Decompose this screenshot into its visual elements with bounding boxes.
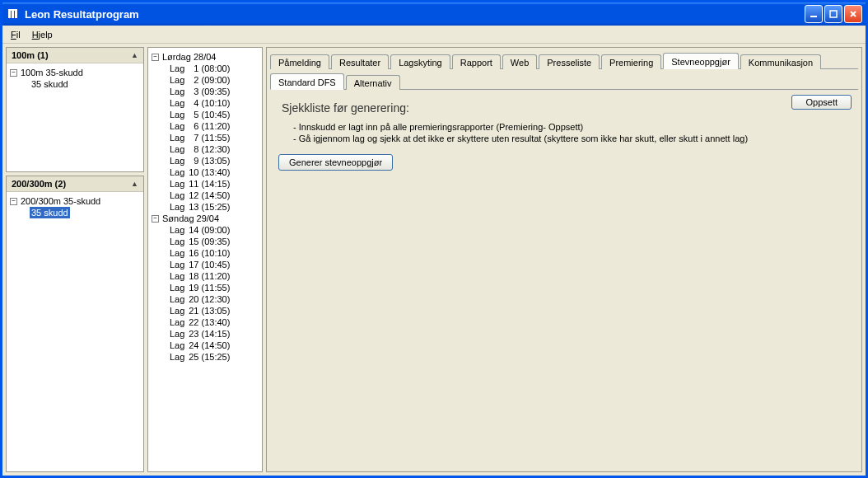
lag-number: 21	[187, 306, 198, 316]
lag-time: (14:15)	[198, 179, 230, 189]
lag-time: (12:30)	[198, 144, 230, 154]
lag-number: 22	[187, 317, 198, 327]
client-area: 100m (1) ▲ − 100m 35-skudd 35 skudd 200/…	[2, 44, 866, 476]
lag-time: (09:35)	[198, 87, 230, 96]
tab-web[interactable]: Web	[502, 54, 537, 69]
tree-200-300m: − 200/300m 35-skudd 35 skudd	[7, 192, 143, 471]
lag-row[interactable]: Lag 24 (14:50)	[170, 340, 259, 351]
lag-label: Lag	[170, 225, 187, 235]
lag-row[interactable]: Lag 21 (13:05)	[170, 305, 259, 316]
lag-label: Lag	[170, 329, 187, 339]
lag-label: Lag	[170, 248, 187, 258]
lag-number: 4	[187, 98, 198, 108]
lag-number: 23	[187, 329, 198, 339]
lag-time: (11:55)	[198, 283, 230, 293]
lag-number: 1	[187, 63, 198, 73]
lag-row[interactable]: Lag 4 (10:10)	[170, 97, 259, 109]
main-panel: PåmeldingResultaterLagskytingRapportWebP…	[266, 47, 862, 472]
lag-label: Lag	[170, 75, 187, 85]
oppsett-button[interactable]: Oppsett	[791, 95, 852, 110]
lag-time: (13:40)	[198, 167, 230, 177]
lag-label: Lag	[170, 283, 187, 293]
lag-label: Lag	[170, 179, 187, 189]
lag-time: (09:00)	[198, 225, 230, 235]
subtab-standard dfs[interactable]: Standard DFS	[270, 73, 344, 90]
lag-row[interactable]: Lag 5 (10:45)	[170, 109, 259, 120]
tree-node-100m-35skudd[interactable]: − 100m 35-skudd	[10, 67, 140, 78]
generate-button[interactable]: Generer stevneoppgjør	[278, 154, 393, 171]
tree-node-200-300m-35skudd[interactable]: − 200/300m 35-skudd	[10, 195, 140, 207]
maximize-button[interactable]	[824, 5, 842, 23]
tree-leaf-35skudd-1[interactable]: 35 skudd	[30, 78, 70, 90]
tab-resultater[interactable]: Resultater	[331, 54, 389, 69]
lag-row[interactable]: Lag 8 (12:30)	[170, 143, 259, 155]
lag-time: (10:45)	[198, 260, 230, 269]
left-header-label: 200/300m (2)	[12, 179, 66, 189]
lag-row[interactable]: Lag 3 (09:35)	[170, 86, 259, 97]
tree-toggle-icon[interactable]: −	[10, 69, 17, 77]
lag-row[interactable]: Lag 19 (11:55)	[170, 282, 259, 293]
day-label: Søndag 29/04	[162, 213, 219, 223]
checklist-item: - Gå igjennom lag og sjekk at det ikke e…	[293, 133, 850, 144]
lag-number: 18	[187, 271, 198, 281]
lag-row[interactable]: Lag 10 (13:40)	[170, 166, 259, 178]
lag-label: Lag	[170, 294, 187, 304]
day-node[interactable]: −Søndag 29/04	[152, 213, 259, 224]
lag-row[interactable]: Lag 7 (11:55)	[170, 132, 259, 143]
tab-presseliste[interactable]: Presseliste	[539, 54, 600, 69]
lag-label: Lag	[170, 98, 187, 108]
lag-row[interactable]: Lag 12 (14:50)	[170, 190, 259, 201]
left-header-200-300m[interactable]: 200/300m (2) ▲	[7, 176, 143, 192]
subtab-alternativ[interactable]: Alternativ	[346, 75, 400, 90]
lag-row[interactable]: Lag 18 (11:20)	[170, 270, 259, 282]
tree-toggle-icon[interactable]: −	[152, 54, 159, 61]
lag-row[interactable]: Lag 20 (12:30)	[170, 293, 259, 305]
lag-row[interactable]: Lag 22 (13:40)	[170, 316, 259, 328]
menu-fil[interactable]: Fil	[6, 28, 26, 41]
lag-time: (10:10)	[198, 98, 230, 108]
lag-time: (13:05)	[198, 306, 230, 316]
lag-number: 11	[187, 179, 198, 189]
lag-row[interactable]: Lag 9 (13:05)	[170, 155, 259, 166]
lag-time: (14:15)	[198, 329, 230, 339]
lag-row[interactable]: Lag 17 (10:45)	[170, 259, 259, 270]
tab-premiering[interactable]: Premiering	[601, 54, 661, 69]
tree-toggle-icon[interactable]: −	[152, 215, 159, 223]
lag-row[interactable]: Lag 15 (09:35)	[170, 236, 259, 247]
lag-row[interactable]: Lag 2 (09:00)	[170, 74, 259, 86]
lag-row[interactable]: Lag 11 (14:15)	[170, 178, 259, 190]
lag-time: (15:25)	[198, 202, 230, 212]
day-node[interactable]: −Lørdag 28/04	[152, 51, 259, 63]
lag-row[interactable]: Lag 16 (10:10)	[170, 247, 259, 259]
tab-stevneoppgjør[interactable]: Stevneoppgjør	[663, 53, 739, 69]
lag-row[interactable]: Lag 6 (11:20)	[170, 120, 259, 132]
tab-rapport[interactable]: Rapport	[452, 54, 501, 69]
lag-time: (10:45)	[198, 110, 230, 120]
tab-kommunikasjon[interactable]: Kommunikasjon	[740, 54, 821, 69]
svg-rect-3	[15, 11, 17, 18]
lag-time: (09:00)	[198, 75, 230, 85]
lag-row[interactable]: Lag 25 (15:25)	[170, 351, 259, 363]
tabs-secondary: Standard DFSAlternativ	[270, 72, 858, 90]
svg-rect-2	[12, 11, 14, 18]
minimize-button[interactable]	[805, 5, 823, 23]
lag-row[interactable]: Lag 13 (15:25)	[170, 201, 259, 213]
tab-lagskyting[interactable]: Lagskyting	[390, 54, 450, 69]
lag-number: 10	[187, 167, 198, 177]
lag-row[interactable]: Lag 14 (09:00)	[170, 224, 259, 236]
lag-number: 19	[187, 283, 198, 293]
tree-toggle-icon[interactable]: −	[10, 198, 17, 205]
day-label: Lørdag 28/04	[162, 52, 216, 62]
lag-number: 8	[187, 144, 198, 154]
lag-time: (15:25)	[198, 352, 230, 362]
lag-number: 5	[187, 110, 198, 120]
lag-row[interactable]: Lag 1 (08:00)	[170, 63, 259, 74]
close-button[interactable]	[844, 5, 862, 23]
lag-label: Lag	[170, 340, 187, 350]
tree-leaf-35skudd-2[interactable]: 35 skudd	[30, 207, 70, 218]
lag-row[interactable]: Lag 23 (14:15)	[170, 328, 259, 340]
left-header-100m[interactable]: 100m (1) ▲	[7, 48, 143, 63]
menu-hjelp[interactable]: Hjelp	[27, 28, 58, 41]
tab-påmelding[interactable]: Påmelding	[270, 54, 329, 69]
left-column: 100m (1) ▲ − 100m 35-skudd 35 skudd 200/…	[6, 47, 144, 472]
